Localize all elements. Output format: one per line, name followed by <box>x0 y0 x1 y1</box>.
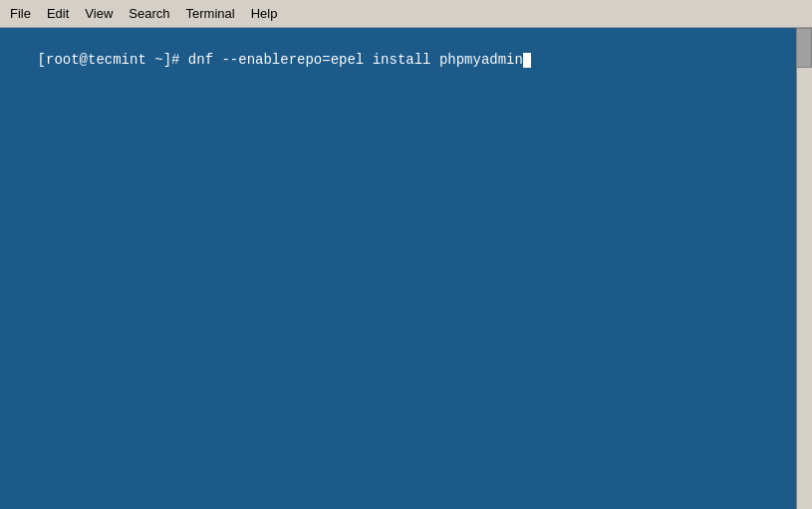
menu-edit[interactable]: Edit <box>39 3 77 25</box>
menu-file[interactable]: File <box>2 3 39 25</box>
terminal-command-line: [root@tecmint ~]# dnf --enablerepo=epel … <box>4 30 808 90</box>
menubar: File Edit View Search Terminal Help <box>0 0 812 28</box>
terminal-command: dnf --enablerepo=epel install phpmyadmin <box>188 52 523 68</box>
terminal-body[interactable]: [root@tecmint ~]# dnf --enablerepo=epel … <box>0 28 812 509</box>
menu-terminal[interactable]: Terminal <box>178 3 243 25</box>
terminal-prompt: [root@tecmint ~]# <box>38 52 188 68</box>
scrollbar-thumb[interactable] <box>796 28 812 68</box>
menu-search[interactable]: Search <box>121 3 177 25</box>
menu-help[interactable]: Help <box>243 3 286 25</box>
terminal-cursor <box>523 53 531 68</box>
scrollbar[interactable] <box>796 28 812 509</box>
menu-view[interactable]: View <box>77 3 121 25</box>
